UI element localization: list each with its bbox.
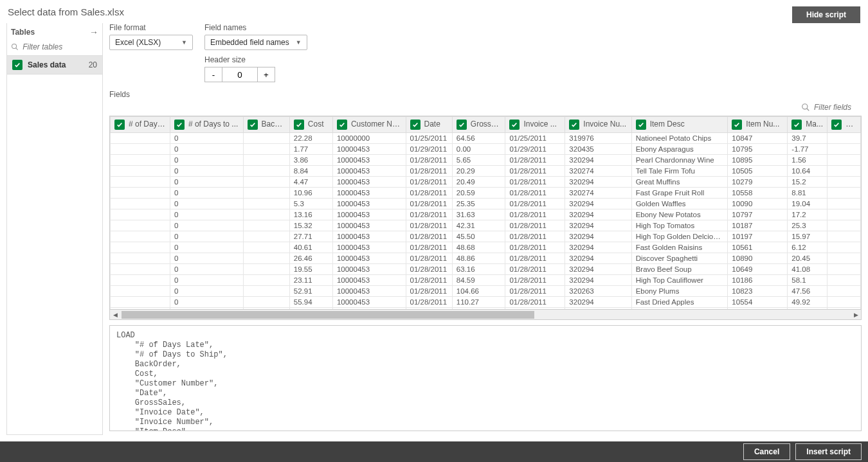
table-item-sales-data[interactable]: Sales data 20 [7,55,102,75]
scroll-right-icon[interactable]: ▶ [851,312,861,318]
column-header[interactable]: Item Nu... [728,117,788,133]
table-cell: 01/28/2011 [505,275,565,286]
insert-script-button[interactable]: Insert script [795,443,862,460]
table-row[interactable]: 040.611000045301/28/201148.6801/28/20113… [111,242,861,253]
table-row[interactable]: 027.711000045301/28/201145.5001/28/20113… [111,231,861,242]
table-cell: 10000453 [332,242,406,253]
table-row[interactable]: 023.111000045301/28/201184.5901/28/20113… [111,275,861,286]
table-row[interactable]: 015.321000045301/28/201142.3101/28/20113… [111,220,861,231]
table-cell: 10890 [728,253,788,264]
table-row[interactable]: 026.461000045301/28/201148.8601/28/20113… [111,253,861,264]
checkbox-checked-icon[interactable] [248,120,258,130]
table-cell: 01/28/2011 [406,209,452,220]
table-row[interactable]: 03.861000045301/28/20115.6501/28/2011320… [111,155,861,166]
table-cell: 64.56 [452,133,505,144]
column-header[interactable]: Item Desc [631,117,728,133]
header-size-stepper[interactable]: - + [204,67,307,82]
column-header[interactable]: BackO... [243,117,289,133]
field-names-select[interactable]: Embedded field names ▼ [204,35,307,50]
data-preview-grid: # of Days ...# of Days to ...BackO...Cos… [109,116,862,320]
table-row[interactable]: 08.841000045301/28/201120.2901/28/201132… [111,166,861,177]
table-cell: 0 [170,242,243,253]
table-cell: 10895 [728,155,788,166]
column-header[interactable]: # of Days ... [111,117,170,133]
grid-scroll-area[interactable]: # of Days ...# of Days to ...BackO...Cos… [110,116,861,309]
table-cell: 10797 [728,209,788,220]
filter-fields-input[interactable] [814,103,859,112]
table-cell: 10000453 [332,275,406,286]
table-cell: 10000453 [332,297,406,308]
header-size-input[interactable] [222,67,257,82]
table-cell: 01/28/2011 [505,286,565,297]
checkbox-checked-icon[interactable] [337,120,347,130]
page-title: Select data from Sales.xlsx [8,6,124,17]
table-row[interactable]: 077.11000045301/28/2011156.5001/28/20113… [111,308,861,310]
table-cell: 01/28/2011 [406,286,452,297]
checkbox-checked-icon[interactable] [831,120,842,130]
table-row[interactable]: 05.31000045301/28/201125.3501/28/2011320… [111,199,861,209]
table-row[interactable]: 022.281000000001/25/201164.5601/25/20113… [111,133,861,144]
checkbox-checked-icon[interactable] [114,120,125,130]
table-row[interactable]: 04.471000045301/28/201120.4901/28/201132… [111,177,861,188]
column-header[interactable]: Cost [289,117,332,133]
table-cell: 156.50 [452,308,505,310]
table-cell: 45.50 [452,231,505,242]
table-row[interactable]: 013.161000045301/28/201131.6301/28/20113… [111,209,861,220]
column-header[interactable]: Customer Nu... [332,117,406,133]
script-preview[interactable]: LOAD "# of Days Late", "# of Days to Shi… [109,325,862,431]
table-cell [827,242,861,253]
table-cell: Ebony Plums [631,286,728,297]
scroll-left-icon[interactable]: ◀ [110,312,120,318]
table-cell: 320294 [565,297,631,308]
table-name: Sales data [28,60,66,69]
scrollbar-thumb[interactable] [122,311,534,319]
checkbox-checked-icon[interactable] [569,120,579,130]
table-row[interactable]: 01.771000045301/29/20110.0001/29/2011320… [111,144,861,155]
table-cell [827,297,861,308]
column-header[interactable]: Ma... [788,117,827,133]
table-cell: 10.64 [788,166,827,177]
checkbox-checked-icon[interactable] [636,120,646,130]
column-header[interactable]: Invoice Nu... [565,117,631,133]
table-row[interactable]: 052.911000045301/28/2011104.6601/28/2011… [111,286,861,297]
tables-panel: Tables → Sales data 20 [6,23,103,435]
file-format-select[interactable]: Excel (XLSX) ▼ [109,35,193,50]
table-cell [243,286,289,297]
table-cell: 320294 [565,264,631,275]
checkbox-checked-icon[interactable] [410,120,420,130]
filter-tables-input[interactable] [23,42,98,51]
checkbox-checked-icon[interactable] [294,120,304,130]
hide-script-button[interactable]: Hide script [792,6,860,23]
table-cell [827,286,861,297]
column-header[interactable]: # of Days to ... [170,117,243,133]
table-cell: 10000453 [332,220,406,231]
column-header[interactable]: Ope... [827,117,861,133]
chevron-down-icon: ▼ [296,39,302,46]
column-header[interactable]: GrossS... [452,117,505,133]
table-cell [827,308,861,310]
table-cell: 01/28/2011 [505,166,565,177]
checkbox-checked-icon[interactable] [457,120,467,130]
stepper-plus-button[interactable]: + [257,67,275,82]
table-cell: 01/28/2011 [406,177,452,188]
table-row[interactable]: 010.961000045301/28/201120.5901/28/20113… [111,188,861,199]
cancel-button[interactable]: Cancel [743,443,790,460]
table-cell: Just Right Chicken Ramen Soup [631,308,728,310]
checkbox-checked-icon[interactable] [509,120,520,130]
table-cell [827,264,861,275]
checkbox-checked-icon[interactable] [12,60,23,70]
table-row[interactable]: 019.551000045301/28/201163.1601/28/20113… [111,264,861,275]
table-cell: 01/28/2011 [505,188,565,199]
stepper-minus-button[interactable]: - [204,67,222,82]
column-header[interactable]: Date [406,117,452,133]
table-cell [827,155,861,166]
checkbox-checked-icon[interactable] [791,120,802,130]
table-cell: 10186 [728,275,788,286]
column-header[interactable]: Invoice ... [505,117,565,133]
horizontal-scrollbar[interactable]: ◀ ▶ [110,309,861,319]
checkbox-checked-icon[interactable] [732,120,742,130]
table-cell [243,231,289,242]
table-row[interactable]: 055.941000045301/28/2011110.2701/28/2011… [111,297,861,308]
table-cell: 01/28/2011 [505,242,565,253]
checkbox-checked-icon[interactable] [174,120,185,130]
